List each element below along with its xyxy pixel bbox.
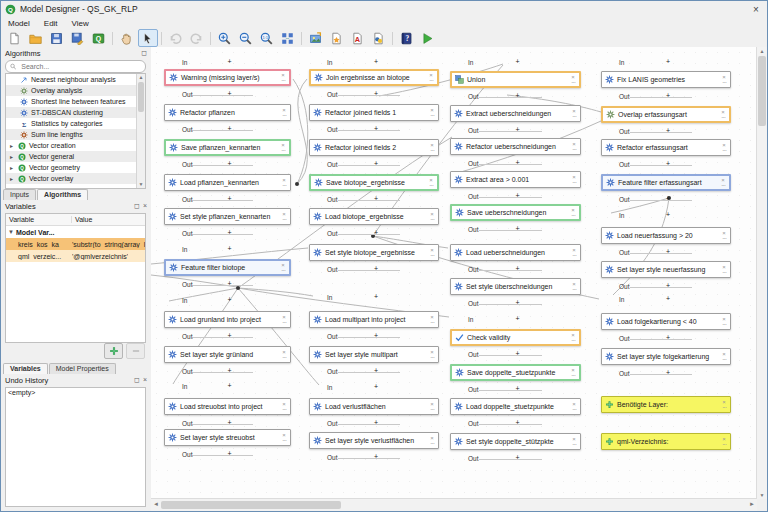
- more-icon[interactable]: ···: [722, 236, 726, 241]
- port-icon[interactable]: +: [516, 385, 520, 392]
- port-icon[interactable]: +: [374, 58, 378, 65]
- node-controls[interactable]: ×···: [570, 248, 578, 258]
- port-icon[interactable]: +: [374, 453, 378, 460]
- node-controls[interactable]: ×···: [720, 143, 728, 153]
- close-panel-icon[interactable]: ×: [143, 376, 147, 384]
- model-node[interactable]: Feature filter biotope×···: [164, 259, 291, 276]
- port-icon[interactable]: +: [374, 367, 378, 374]
- port-icon[interactable]: +: [666, 58, 670, 65]
- node-controls[interactable]: ×···: [570, 437, 578, 447]
- node-controls[interactable]: ×···: [428, 436, 436, 446]
- more-icon[interactable]: ···: [281, 268, 285, 273]
- more-icon[interactable]: ···: [282, 407, 286, 412]
- variable-row[interactable]: qml_verzeic...'@qmlverzeichnis': [6, 250, 145, 262]
- node-controls[interactable]: ×···: [428, 315, 436, 325]
- port-icon[interactable]: +: [666, 334, 670, 341]
- port-icon[interactable]: +: [374, 383, 378, 390]
- node-controls[interactable]: ×···: [569, 368, 577, 378]
- undo-icon[interactable]: [166, 29, 186, 47]
- node-controls[interactable]: ×···: [720, 317, 728, 327]
- node-controls[interactable]: ×···: [280, 212, 288, 222]
- model-node[interactable]: Overlap erfassungsart×···: [601, 106, 731, 123]
- model-canvas[interactable]: In+Warning (missing layer/s)×···Out+Refa…: [151, 47, 767, 511]
- model-node[interactable]: Set style pflanzen_kennarten×···: [164, 208, 291, 225]
- select-icon[interactable]: [138, 29, 158, 47]
- more-icon[interactable]: ···: [282, 113, 286, 118]
- port-icon[interactable]: +: [666, 195, 670, 202]
- more-icon[interactable]: ···: [430, 355, 434, 360]
- more-icon[interactable]: ···: [282, 355, 286, 360]
- export-python-icon[interactable]: [369, 29, 389, 47]
- more-icon[interactable]: ···: [429, 183, 433, 188]
- save-in-project-icon[interactable]: [89, 29, 109, 47]
- model-node[interactable]: Load pflanzen_kennarten×···: [164, 174, 291, 191]
- pan-icon[interactable]: [117, 29, 137, 47]
- port-icon[interactable]: +: [228, 367, 232, 374]
- port-icon[interactable]: +: [374, 125, 378, 132]
- node-controls[interactable]: ×···: [569, 208, 577, 218]
- port-icon[interactable]: +: [228, 332, 232, 339]
- export-pdf-icon[interactable]: [348, 29, 368, 47]
- port-icon[interactable]: +: [374, 265, 378, 272]
- model-node[interactable]: qml-Verzeichnis:×···: [601, 433, 731, 450]
- port-icon[interactable]: +: [228, 58, 232, 65]
- node-controls[interactable]: ×···: [569, 75, 577, 85]
- save-model-icon[interactable]: [47, 29, 67, 47]
- model-node[interactable]: Save biotope_ergebnisse×···: [309, 174, 439, 191]
- model-node[interactable]: Load ueberschneidungen×···: [450, 244, 581, 261]
- node-controls[interactable]: ×···: [280, 108, 288, 118]
- more-icon[interactable]: ···: [430, 320, 434, 325]
- more-icon[interactable]: ···: [282, 217, 286, 222]
- node-controls[interactable]: ×···: [428, 248, 436, 258]
- more-icon[interactable]: ···: [430, 407, 434, 412]
- port-icon[interactable]: +: [228, 382, 232, 389]
- node-controls[interactable]: ×···: [720, 75, 728, 85]
- port-icon[interactable]: +: [666, 369, 670, 376]
- node-controls[interactable]: ×···: [720, 265, 728, 275]
- new-model-icon[interactable]: [5, 29, 25, 47]
- model-node[interactable]: Benötigte Layer:×···: [601, 396, 731, 413]
- model-node[interactable]: Warning (missing layer/s)×···: [164, 69, 291, 86]
- undo-history-list[interactable]: <empty>: [5, 387, 146, 507]
- more-icon[interactable]: ···: [722, 322, 726, 327]
- close-panel-icon[interactable]: ×: [143, 202, 147, 210]
- more-icon[interactable]: ···: [430, 441, 434, 446]
- more-icon[interactable]: ···: [282, 320, 286, 325]
- node-controls[interactable]: ×···: [280, 315, 288, 325]
- model-node[interactable]: Extract ueberschneidungen×···: [450, 105, 581, 122]
- more-icon[interactable]: ···: [721, 115, 725, 120]
- port-icon[interactable]: +: [516, 299, 520, 306]
- model-node[interactable]: Load doppelte_stuetzpunkte×···: [450, 398, 581, 415]
- model-node[interactable]: Load multipart into project×···: [309, 311, 439, 328]
- export-svg-icon[interactable]: [327, 29, 347, 47]
- algorithm-item[interactable]: Overlay analysis: [6, 85, 145, 96]
- port-icon[interactable]: +: [374, 293, 378, 300]
- node-controls[interactable]: ×···: [279, 263, 287, 273]
- more-icon[interactable]: ···: [722, 405, 726, 410]
- port-icon[interactable]: +: [228, 296, 232, 303]
- port-icon[interactable]: +: [374, 195, 378, 202]
- more-icon[interactable]: ···: [429, 78, 433, 83]
- run-model-icon[interactable]: [418, 29, 438, 47]
- port-icon[interactable]: +: [228, 280, 232, 287]
- more-icon[interactable]: ···: [722, 270, 726, 275]
- more-icon[interactable]: ···: [571, 373, 575, 378]
- port-icon[interactable]: +: [516, 350, 520, 357]
- model-node[interactable]: Fix LANIS geometries×···: [601, 71, 731, 88]
- close-icon[interactable]: ×: [749, 4, 763, 15]
- more-icon[interactable]: ···: [721, 183, 725, 188]
- more-icon[interactable]: ···: [281, 148, 285, 153]
- port-icon[interactable]: +: [666, 211, 670, 218]
- model-node[interactable]: Load folgekartierung < 40×···: [601, 313, 731, 330]
- port-icon[interactable]: +: [228, 195, 232, 202]
- more-icon[interactable]: ···: [572, 287, 576, 292]
- tab-inputs[interactable]: Inputs: [3, 189, 36, 200]
- more-icon[interactable]: ···: [571, 338, 575, 343]
- port-icon[interactable]: +: [666, 248, 670, 255]
- node-controls[interactable]: ×···: [570, 142, 578, 152]
- algorithm-item[interactable]: ▸Vector creation: [6, 140, 145, 151]
- port-icon[interactable]: +: [516, 265, 520, 272]
- panel-options-icon[interactable]: ◻: [141, 49, 147, 57]
- node-controls[interactable]: ×···: [720, 437, 728, 447]
- node-controls[interactable]: ×···: [570, 282, 578, 292]
